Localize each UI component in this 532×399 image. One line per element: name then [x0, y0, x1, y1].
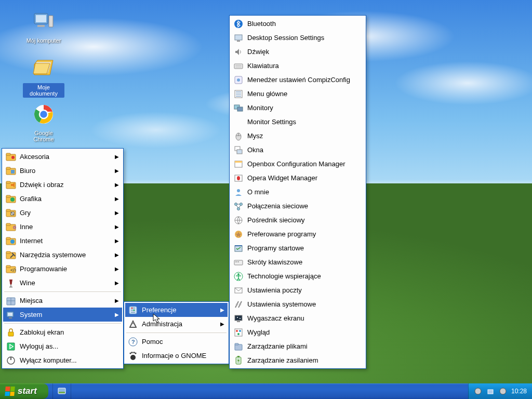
- svg-point-91: [239, 330, 241, 332]
- menu-other[interactable]: ⚙Inne▶: [3, 220, 122, 234]
- menu-system-settings[interactable]: Ustawienia systemowe: [231, 297, 365, 311]
- menu-monitors[interactable]: Monitory: [231, 101, 365, 115]
- menu-startup[interactable]: Programy startowe: [231, 241, 365, 255]
- folder-documents-icon: [31, 56, 56, 81]
- tray-icon[interactable]: [474, 387, 482, 395]
- folder-icon: [5, 193, 17, 205]
- power-icon: [5, 355, 17, 366]
- menu-help[interactable]: ?Pomoc: [125, 335, 228, 349]
- menu-bluetooth[interactable]: Bluetooth: [231, 17, 365, 31]
- submenu-arrow-icon: ▶: [220, 307, 224, 313]
- menu-about-gnome[interactable]: Informacje o GNOME: [125, 349, 228, 363]
- menu-programming[interactable]: </>Programowanie▶: [3, 262, 122, 276]
- menu-windows[interactable]: Okna: [231, 143, 365, 157]
- menu-label: Narzędzia systemowe: [20, 251, 86, 259]
- desktop-icon-label: Mój komputer: [24, 36, 63, 45]
- menu-appearance[interactable]: Wygląd: [231, 325, 365, 339]
- menu-screensaver[interactable]: Wygaszacz ekranu: [231, 311, 365, 325]
- submenu-arrow-icon: ▶: [115, 196, 119, 202]
- svg-rect-42: [10, 357, 11, 360]
- svg-point-45: [134, 309, 135, 311]
- menu-places[interactable]: Miejsca▶: [3, 294, 122, 308]
- power-icon: [233, 355, 244, 366]
- menu-file-mgmt[interactable]: Zarządzanie plikami: [231, 339, 365, 353]
- svg-point-86: [237, 317, 238, 318]
- opera-widget-icon: [233, 172, 244, 184]
- desktop-icon-google-chrome[interactable]: Google Chrome: [23, 102, 64, 143]
- menu-internet[interactable]: Internet▶: [3, 234, 122, 248]
- menu-wine[interactable]: Wine▶: [3, 276, 122, 290]
- svg-point-72: [240, 203, 243, 205]
- bluetooth-icon: [233, 18, 244, 30]
- desktop-session-icon: [233, 32, 244, 44]
- tray-icon[interactable]: [486, 387, 495, 395]
- menu-graphics[interactable]: Grafika▶: [3, 192, 122, 206]
- start-button[interactable]: start: [0, 383, 48, 399]
- menu-label: Wyłącz komputer...: [20, 356, 77, 364]
- menu-preferred-apps[interactable]: Preferowane programy: [231, 227, 365, 241]
- logout-icon: [5, 341, 17, 352]
- menu-label: Internet: [20, 237, 43, 245]
- desktop-icon-my-documents[interactable]: Moje dokumenty: [23, 56, 64, 98]
- menu-opera-widget[interactable]: Opera Widget Manager: [231, 171, 365, 185]
- folder-icon: [5, 249, 17, 261]
- menu-desktop-session[interactable]: Desktop Session Settings: [231, 31, 365, 45]
- svg-point-99: [475, 388, 481, 394]
- clock[interactable]: 10:28: [511, 388, 527, 395]
- desktop-icon-my-computer[interactable]: Mój komputer: [23, 9, 64, 45]
- lock-icon: [5, 327, 17, 338]
- menu-shortcuts[interactable]: Skróty klawiszowe: [231, 255, 365, 269]
- svg-point-87: [240, 318, 241, 319]
- menu-label: Pomoc: [142, 338, 163, 345]
- menu-lock[interactable]: Zablokuj ekran: [3, 325, 122, 339]
- menu-mail[interactable]: Ustawienia poczty: [231, 283, 365, 297]
- menu-shutdown[interactable]: Wyłącz komputer...: [3, 353, 122, 367]
- menu-label: Technologie wspierające: [247, 272, 321, 280]
- submenu-arrow-icon: ▶: [115, 238, 119, 244]
- svg-point-90: [236, 330, 238, 332]
- menu-power[interactable]: Zarządzanie zasilaniem: [231, 353, 365, 367]
- svg-rect-19: [11, 212, 14, 215]
- menu-system-tools[interactable]: Narzędzia systemowe▶: [3, 248, 122, 262]
- svg-point-73: [237, 207, 240, 210]
- menu-about-me[interactable]: O mnie: [231, 185, 365, 199]
- tray-icon[interactable]: [499, 387, 507, 395]
- svg-rect-77: [234, 260, 243, 265]
- svg-rect-38: [9, 317, 12, 318]
- menu-keyboard[interactable]: Klawiatura: [231, 59, 365, 73]
- menu-sound[interactable]: Dźwięk: [231, 45, 365, 59]
- menu-network[interactable]: Połączenia sieciowe: [231, 199, 365, 213]
- menu-monitor-settings[interactable]: Monitor Settings: [231, 115, 365, 129]
- svg-rect-93: [235, 344, 242, 350]
- menu-main-menu[interactable]: Menu główne: [231, 87, 365, 101]
- sound-icon: [233, 46, 244, 58]
- desktop-icon-label: Moje dokumenty: [23, 83, 64, 98]
- menu-sound-video[interactable]: Dźwięk i obraz▶: [3, 178, 122, 192]
- menu-openbox[interactable]: Openbox Configuration Manager: [231, 157, 365, 171]
- svg-rect-1: [36, 15, 46, 22]
- submenu-arrow-icon: ▶: [115, 154, 119, 159]
- svg-rect-34: [9, 287, 12, 287]
- svg-rect-85: [235, 315, 242, 321]
- svg-rect-57: [234, 64, 243, 69]
- menu-games[interactable]: Gry▶: [3, 206, 122, 220]
- menu-accessories[interactable]: Akcesoria▶: [3, 150, 122, 164]
- svg-point-101: [500, 388, 506, 394]
- folder-icon: </>: [5, 263, 17, 275]
- menu-office[interactable]: Biuro▶: [3, 164, 122, 178]
- menu-compiz[interactable]: Menedżer ustawień CompizConfig: [231, 73, 365, 87]
- menu-label: Menu główne: [247, 90, 287, 98]
- menu-proxy[interactable]: Pośrednik sieciowy: [231, 213, 365, 227]
- menu-assistive[interactable]: Technologie wspierające: [231, 269, 365, 283]
- menu-system[interactable]: System▶: [3, 308, 122, 322]
- menu-label: Desktop Session Settings: [247, 34, 324, 42]
- menu-label: Biuro: [20, 167, 35, 175]
- menu-mouse[interactable]: Mysz: [231, 129, 365, 143]
- svg-point-49: [130, 355, 136, 360]
- folder-icon: [5, 235, 17, 247]
- menu-preferences[interactable]: Preferencje▶: [125, 303, 228, 317]
- menu-logout[interactable]: Wyloguj as...: [3, 339, 122, 353]
- quick-launch-show-desktop[interactable]: [56, 385, 68, 397]
- menu-administration[interactable]: Administracja▶: [125, 317, 228, 331]
- menu-label: Programowanie: [20, 265, 67, 273]
